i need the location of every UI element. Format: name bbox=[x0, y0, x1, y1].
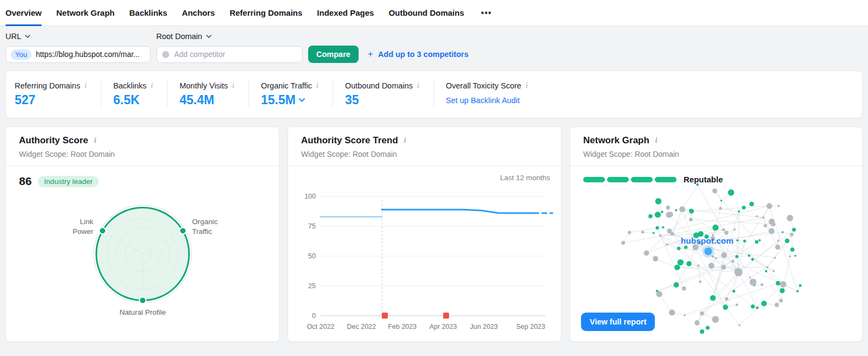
industry-leader-badge: Industry leader bbox=[38, 176, 98, 187]
metric-overall-toxicity-score: Overall Toxicity ScoreiSet up Backlink A… bbox=[433, 80, 542, 107]
scope-selector[interactable]: Root Domain bbox=[156, 32, 212, 41]
report-tabs-nav: OverviewNetwork GraphBacklinksAnchorsRef… bbox=[0, 0, 868, 26]
metric-label: Overall Toxicity Score bbox=[446, 81, 521, 90]
reputation-segment-icon bbox=[583, 177, 605, 182]
authority-score-value: 86 bbox=[19, 175, 31, 188]
reputation-segment-icon bbox=[607, 177, 629, 182]
svg-text:Sep 2023: Sep 2023 bbox=[516, 323, 545, 330]
authority-score-trend-card: Authority Score Trend i Widget Scope: Ro… bbox=[288, 126, 561, 342]
url-type-selector[interactable]: URL bbox=[5, 32, 156, 41]
add-competitors-label: Add up to 3 competitors bbox=[378, 50, 469, 59]
metric-monthly-visits: Monthly Visitsi45.4M bbox=[167, 80, 248, 107]
metric-value[interactable]: 15.5M bbox=[261, 93, 318, 107]
info-icon[interactable]: i bbox=[151, 82, 153, 90]
svg-text:OrganicTraffic: OrganicTraffic bbox=[192, 218, 218, 236]
metric-value: 527 bbox=[15, 93, 87, 107]
info-icon[interactable]: i bbox=[404, 137, 406, 144]
setup-backlink-audit-link[interactable]: Set up Backlink Audit bbox=[446, 96, 528, 105]
metric-outbound-domains: Outbound Domainsi35 bbox=[333, 80, 433, 107]
card-title-text: Network Graph bbox=[583, 135, 649, 146]
card-title-text: Authority Score Trend bbox=[301, 135, 398, 146]
svg-text:Apr 2023: Apr 2023 bbox=[429, 323, 457, 330]
reputation-segment-icon bbox=[631, 177, 653, 182]
summary-metrics-card: Referring Domainsi527Backlinksi6.5KMonth… bbox=[5, 71, 863, 118]
add-competitor-input[interactable]: Add competitor bbox=[156, 46, 303, 63]
metric-label: Backlinks bbox=[113, 81, 146, 90]
svg-text:25: 25 bbox=[308, 282, 316, 290]
svg-text:LinkPower: LinkPower bbox=[72, 218, 93, 236]
compare-button[interactable]: Compare bbox=[308, 46, 359, 63]
target-url-input[interactable]: You https://blog.hubspot.com/mar... bbox=[5, 46, 151, 63]
url-type-selector-label: URL bbox=[5, 32, 21, 41]
backlink-analytics-overview-page: OverviewNetwork GraphBacklinksAnchorsRef… bbox=[0, 0, 868, 342]
metric-label: Organic Traffic bbox=[261, 81, 312, 90]
svg-text:Feb 2023: Feb 2023 bbox=[388, 323, 417, 330]
query-section: URL Root Domain You https://blog.hubspot… bbox=[0, 26, 868, 71]
tab-backlinks[interactable]: Backlinks bbox=[129, 0, 167, 26]
target-url-value: https://blog.hubspot.com/mar... bbox=[36, 50, 139, 59]
add-competitor-placeholder: Add competitor bbox=[174, 50, 225, 59]
svg-text:0: 0 bbox=[312, 312, 316, 320]
root-domain-label: hubspot.com bbox=[681, 236, 733, 245]
metric-label: Outbound Domains bbox=[345, 81, 413, 90]
reputation-segment-icon bbox=[655, 177, 676, 182]
authority-score-card-header: Authority Score i Widget Scope: Root Dom… bbox=[6, 127, 279, 166]
metric-backlinks: Backlinksi6.5K bbox=[101, 80, 167, 107]
scope-selector-label: Root Domain bbox=[156, 32, 202, 41]
tab-network-graph[interactable]: Network Graph bbox=[56, 0, 115, 26]
svg-text:100: 100 bbox=[304, 193, 316, 200]
info-icon[interactable]: i bbox=[526, 82, 528, 90]
network-graph-card: Network Graph i Widget Scope: Root Domai… bbox=[570, 126, 863, 342]
chevron-down-icon bbox=[25, 35, 30, 38]
info-icon[interactable]: i bbox=[94, 137, 97, 144]
widget-scope-label: Widget Scope: Root Domain bbox=[301, 150, 548, 158]
more-tabs-button[interactable]: ••• bbox=[479, 8, 494, 18]
reputation-legend-label: Reputable bbox=[684, 175, 723, 184]
authority-score-trend-card-body: Last 12 months 0255075100Oct 2022Dec 202… bbox=[288, 166, 561, 340]
network-graph-card-title: Network Graph i bbox=[583, 135, 849, 146]
authority-score-card-body: 86 Industry leader LinkPowerOrganicTraff… bbox=[6, 166, 279, 340]
date-range-label: Last 12 months bbox=[500, 174, 550, 182]
radar-chart-wrap: LinkPowerOrganicTrafficNatural Profile bbox=[19, 189, 266, 328]
tab-referring-domains[interactable]: Referring Domains bbox=[229, 0, 302, 26]
widget-scope-label: Widget Scope: Root Domain bbox=[19, 150, 266, 158]
widget-scope-label: Widget Scope: Root Domain bbox=[583, 150, 849, 158]
authority-score-trend-chart: 0255075100Oct 2022Dec 2022Feb 2023Apr 20… bbox=[295, 182, 554, 335]
info-icon[interactable]: i bbox=[316, 82, 318, 90]
info-icon[interactable]: i bbox=[417, 82, 419, 90]
info-icon[interactable]: i bbox=[85, 82, 87, 90]
widget-cards-row: Authority Score i Widget Scope: Root Dom… bbox=[5, 126, 863, 342]
authority-score-trend-card-header: Authority Score Trend i Widget Scope: Ro… bbox=[288, 127, 561, 166]
tab-indexed-pages[interactable]: Indexed Pages bbox=[317, 0, 374, 26]
authority-score-card-title: Authority Score i bbox=[19, 135, 266, 146]
svg-text:50: 50 bbox=[308, 252, 316, 260]
authority-score-radar-chart: LinkPowerOrganicTrafficNatural Profile bbox=[45, 189, 240, 328]
metric-organic-traffic: Organic Traffici15.5M bbox=[248, 80, 333, 107]
info-icon[interactable]: i bbox=[655, 137, 658, 144]
tab-anchors[interactable]: Anchors bbox=[182, 0, 215, 26]
svg-text:Oct 2022: Oct 2022 bbox=[307, 323, 335, 330]
metric-label: Monthly Visits bbox=[180, 81, 228, 90]
competitor-color-dot-icon bbox=[162, 51, 169, 58]
svg-text:75: 75 bbox=[308, 223, 316, 230]
metric-value: 35 bbox=[345, 93, 419, 107]
authority-score-trend-card-title: Authority Score Trend i bbox=[301, 135, 548, 146]
card-title-text: Authority Score bbox=[19, 135, 88, 146]
metric-value: 6.5K bbox=[113, 93, 153, 107]
plus-icon: + bbox=[368, 49, 373, 60]
network-graph-card-body: Reputable hubspot.com View full report bbox=[570, 166, 862, 340]
add-competitors-link[interactable]: + Add up to 3 competitors bbox=[368, 49, 469, 60]
info-icon[interactable]: i bbox=[232, 82, 234, 90]
svg-text:Jun 2023: Jun 2023 bbox=[470, 323, 497, 330]
metric-label: Referring Domains bbox=[15, 81, 80, 90]
you-badge: You bbox=[11, 49, 31, 60]
reputation-legend: Reputable bbox=[583, 175, 723, 184]
network-graph-card-header: Network Graph i Widget Scope: Root Domai… bbox=[570, 127, 862, 166]
selector-row: URL Root Domain bbox=[5, 32, 863, 41]
authority-score-row: 86 Industry leader bbox=[19, 175, 266, 188]
inputs-row: You https://blog.hubspot.com/mar... Add … bbox=[5, 46, 863, 63]
tab-outbound-domains[interactable]: Outbound Domains bbox=[388, 0, 464, 26]
view-full-report-button[interactable]: View full report bbox=[581, 313, 655, 331]
tab-overview[interactable]: Overview bbox=[5, 0, 42, 26]
chevron-down-icon bbox=[299, 98, 305, 102]
